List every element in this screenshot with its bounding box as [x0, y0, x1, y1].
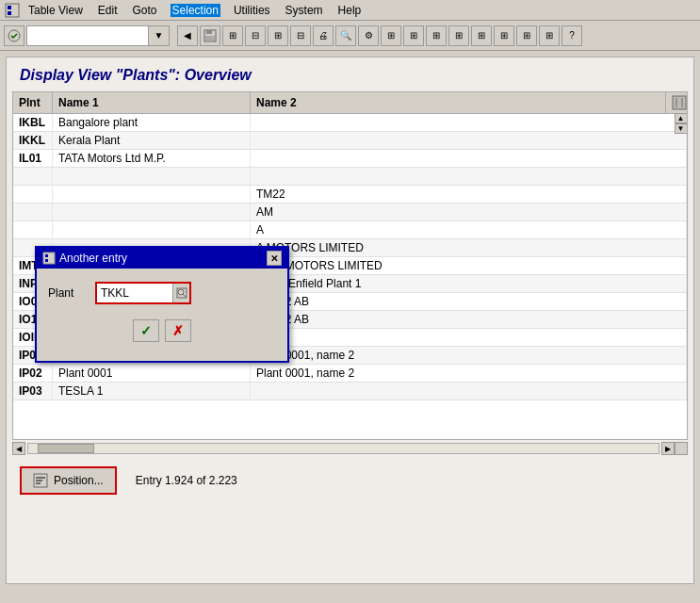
- toolbar-print-btn[interactable]: 🖨: [313, 25, 334, 46]
- dialog-ok-btn[interactable]: ✓: [133, 319, 159, 342]
- dialog-field-row: Plant: [48, 282, 276, 304]
- scroll-down-btn[interactable]: ▼: [675, 123, 688, 134]
- menu-item-goto[interactable]: Goto: [131, 4, 159, 17]
- table-row[interactable]: IL01 TATA Motors Ltd M.P.: [13, 150, 687, 168]
- cell-name2: [251, 383, 687, 399]
- svg-rect-2: [8, 11, 11, 15]
- position-label: Position...: [54, 474, 104, 487]
- table-header: Plnt Name 1 Name 2 ▲ ▼: [13, 92, 687, 114]
- col-resize-icon: [672, 94, 687, 111]
- dialog-titlebar: Another entry ✕: [37, 248, 287, 269]
- menu-item-edit[interactable]: Edit: [96, 4, 120, 17]
- cell-name2: [251, 132, 687, 149]
- page-title: Display View "Plants": Overview: [7, 57, 693, 91]
- menu-bar: Table View Edit Goto Selection Utilities…: [0, 0, 700, 21]
- cell-name1: [53, 186, 251, 203]
- another-entry-dialog[interactable]: Another entry ✕ Plant: [35, 246, 289, 363]
- cell-plnt: [13, 221, 53, 238]
- dialog-input-wrapper: [95, 282, 191, 304]
- toolbar-more3-btn[interactable]: ⊞: [426, 25, 447, 46]
- menu-item-selection[interactable]: Selection: [171, 4, 220, 17]
- cell-name2: [251, 329, 687, 346]
- toolbar-check-btn[interactable]: [4, 25, 24, 46]
- toolbar-settings-btn[interactable]: ⚙: [358, 25, 379, 46]
- table-row[interactable]: A: [13, 221, 687, 239]
- toolbar-dropdown-btn[interactable]: ▼: [149, 25, 170, 46]
- app-icon: [4, 2, 21, 19]
- col-header-plnt: Plnt: [13, 92, 53, 113]
- cell-name1: Plant 0001: [53, 365, 251, 382]
- dialog-field-label: Plant: [48, 286, 86, 300]
- cell-name2: Plant 0001, name 2: [251, 347, 687, 364]
- cell-name1: [53, 204, 251, 220]
- scroll-corner: [675, 442, 688, 455]
- col-resize-btn[interactable]: [666, 92, 687, 113]
- cell-name2: [251, 168, 687, 185]
- col-header-name1: Name 1: [53, 92, 251, 113]
- cell-plnt: IL01: [13, 150, 53, 167]
- horizontal-scrollbar: ◀ ▶: [12, 442, 688, 455]
- dialog-cancel-btn[interactable]: ✗: [165, 319, 191, 342]
- svg-rect-15: [45, 254, 48, 257]
- toolbar-find-btn[interactable]: 🔍: [335, 25, 356, 46]
- table-row[interactable]: IKBL Bangalore plant: [13, 114, 687, 132]
- toolbar-help-btn[interactable]: ?: [562, 25, 582, 46]
- toolbar-more2-btn[interactable]: ⊞: [403, 25, 424, 46]
- table-row[interactable]: IKKL Kerala Plant: [13, 132, 687, 150]
- cell-name2: A: [251, 221, 687, 238]
- main-content: Display View "Plants": Overview Plnt Nam…: [6, 57, 694, 584]
- toolbar-nav4-btn[interactable]: ⊟: [290, 25, 311, 46]
- toolbar-save-btn[interactable]: [200, 25, 220, 46]
- toolbar-dropdown[interactable]: ▼: [26, 25, 170, 46]
- toolbar-more1-btn[interactable]: ⊞: [381, 25, 401, 46]
- toolbar-command-input[interactable]: [26, 25, 149, 46]
- menu-item-tableview[interactable]: Table View: [26, 4, 85, 17]
- table-row[interactable]: [13, 168, 687, 186]
- cell-name2: Plant 2 AB: [251, 293, 687, 310]
- toolbar-back-btn[interactable]: ◀: [177, 25, 198, 46]
- svg-rect-5: [206, 30, 212, 34]
- cell-name1: Kerala Plant: [53, 132, 251, 149]
- toolbar-nav2-btn[interactable]: ⊟: [245, 25, 266, 46]
- toolbar-more7-btn[interactable]: ⊞: [516, 25, 537, 46]
- cell-name2: Royal Enfield Plant 1: [251, 275, 687, 292]
- table-row[interactable]: AM: [13, 204, 687, 221]
- cell-name1: TATA Motors Ltd M.P.: [53, 150, 251, 167]
- dialog-title-left: Another entry: [42, 252, 127, 265]
- toolbar: ▼ ◀ ⊞ ⊟ ⊞ ⊟ 🖨 🔍 ⚙ ⊞ ⊞ ⊞ ⊞ ⊞ ⊞ ⊞ ⊞ ?: [0, 21, 700, 51]
- table-row[interactable]: TM22: [13, 186, 687, 204]
- dialog-input-search-btn[interactable]: [172, 284, 189, 302]
- toolbar-more8-btn[interactable]: ⊞: [539, 25, 560, 46]
- cell-name2: TATA MOTORS LIMITED: [251, 257, 687, 274]
- position-button[interactable]: Position...: [20, 466, 117, 495]
- dialog-close-btn[interactable]: ✕: [267, 251, 282, 266]
- scroll-h-track: [27, 443, 659, 454]
- cell-plnt: [13, 168, 53, 185]
- scroll-h-thumb[interactable]: [38, 444, 94, 453]
- toolbar-more6-btn[interactable]: ⊞: [494, 25, 514, 46]
- cancel-x-icon: ✗: [172, 323, 184, 338]
- entry-info: Entry 1.924 of 2.223: [136, 474, 237, 487]
- dialog-plant-input[interactable]: [97, 284, 172, 302]
- toolbar-nav3-btn[interactable]: ⊞: [268, 25, 288, 46]
- scroll-right-btn[interactable]: ▶: [661, 442, 675, 455]
- table-row[interactable]: IP02 Plant 0001 Plant 0001, name 2: [13, 365, 687, 383]
- menu-item-help[interactable]: Help: [336, 4, 364, 17]
- cell-plnt: [13, 204, 53, 220]
- toolbar-nav1-btn[interactable]: ⊞: [222, 25, 243, 46]
- dialog-body: Plant ✓: [37, 269, 287, 361]
- position-icon: [33, 473, 48, 488]
- cell-plnt: IKKL: [13, 132, 53, 149]
- cell-name1: TESLA 1: [53, 383, 251, 399]
- toolbar-more4-btn[interactable]: ⊞: [448, 25, 469, 46]
- toolbar-more5-btn[interactable]: ⊞: [471, 25, 492, 46]
- dialog-footer: ✓ ✗: [48, 316, 276, 350]
- cell-plnt: IP03: [13, 383, 53, 399]
- cell-name2: TM22: [251, 186, 687, 203]
- menu-item-utilities[interactable]: Utilities: [232, 4, 272, 17]
- cell-name2: [251, 114, 687, 131]
- scroll-left-btn[interactable]: ◀: [12, 442, 25, 455]
- table-row[interactable]: IP03 TESLA 1: [13, 383, 687, 400]
- scroll-up-btn[interactable]: ▲: [675, 113, 688, 123]
- menu-item-system[interactable]: System: [284, 4, 325, 17]
